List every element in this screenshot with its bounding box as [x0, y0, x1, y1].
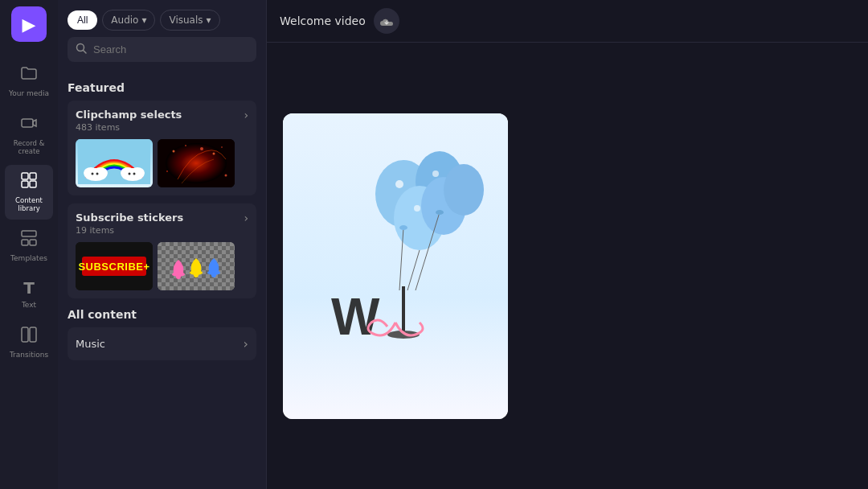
svg-rect-1 — [22, 173, 28, 179]
thumbnail-rainbow — [76, 139, 153, 187]
category-count: 19 items — [76, 225, 183, 236]
svg-rect-4 — [30, 181, 36, 187]
svg-point-15 — [93, 167, 108, 179]
svg-rect-3 — [22, 181, 28, 187]
category-card-subscribe-stickers[interactable]: Subscribe stickers 19 items › SUBSCRIBE+ — [68, 203, 256, 298]
svg-rect-6 — [22, 240, 28, 245]
sidebar-item-your-media[interactable]: Your media — [5, 58, 53, 105]
right-area: Welcome video — [267, 0, 868, 489]
thumbnail-bell — [158, 242, 235, 290]
category-thumbnails — [76, 139, 248, 187]
search-bar — [68, 37, 256, 62]
svg-point-31 — [225, 175, 227, 177]
music-label: Music — [76, 338, 105, 350]
filter-audio-dropdown[interactable]: Audio ▾ — [102, 10, 155, 31]
svg-point-51 — [395, 180, 403, 188]
cloud-save-button[interactable] — [374, 8, 399, 34]
sidebar-item-label-text: Text — [22, 301, 36, 310]
balloons-illustration: W — [283, 129, 508, 355]
thumbnail-subscribe: SUBSCRIBE+ — [76, 242, 153, 290]
music-row[interactable]: Music › — [68, 327, 256, 360]
svg-point-17 — [96, 173, 99, 175]
category-header: Clipchamp selects 483 items › — [76, 109, 248, 133]
svg-point-41 — [176, 274, 181, 279]
svg-text:SUBSCRIBE+: SUBSCRIBE+ — [78, 261, 149, 273]
svg-point-24 — [166, 143, 227, 183]
sidebar-item-templates[interactable]: Templates — [5, 223, 53, 269]
svg-rect-59 — [402, 286, 405, 335]
logo-icon: ▶ — [23, 14, 36, 35]
content-library-icon — [20, 171, 38, 193]
svg-point-22 — [133, 173, 136, 175]
svg-point-25 — [173, 150, 175, 153]
sidebar-item-transitions[interactable]: Transitions — [5, 319, 53, 366]
featured-section-title: Featured — [68, 81, 256, 94]
svg-point-50 — [444, 164, 484, 216]
svg-text:W: W — [331, 288, 380, 346]
chevron-down-icon: ▾ — [207, 14, 211, 26]
chevron-down-icon: ▾ — [141, 14, 146, 26]
templates-icon — [20, 229, 38, 251]
svg-rect-9 — [30, 327, 36, 342]
sidebar-item-text[interactable]: T Text — [5, 272, 53, 316]
svg-point-20 — [130, 167, 145, 179]
top-bar: Welcome video — [267, 0, 868, 43]
preview-area: W — [267, 43, 868, 489]
svg-point-57 — [399, 225, 407, 230]
category-header: Subscribe stickers 19 items › — [76, 212, 248, 236]
svg-rect-2 — [30, 173, 36, 179]
filter-all-button[interactable]: All — [68, 10, 97, 30]
all-content-section-title: All content — [68, 308, 256, 321]
sidebar-item-record-create[interactable]: Record &create — [5, 108, 53, 162]
project-title: Welcome video — [280, 14, 366, 27]
svg-point-45 — [211, 273, 216, 277]
search-input[interactable] — [93, 43, 248, 55]
svg-line-11 — [84, 51, 87, 54]
svg-point-16 — [92, 173, 94, 175]
filter-bar: All Audio ▾ Visuals ▾ — [58, 0, 266, 37]
svg-point-43 — [194, 273, 199, 277]
folder-icon — [20, 64, 38, 86]
sidebar-item-label-your-media: Your media — [9, 89, 49, 98]
text-icon: T — [23, 278, 35, 298]
chevron-right-icon: › — [244, 212, 248, 224]
svg-point-58 — [436, 210, 444, 215]
transitions-icon — [20, 326, 38, 347]
sidebar-item-label-transitions: Transitions — [10, 351, 48, 360]
sidebar-item-label-templates: Templates — [10, 254, 47, 263]
filter-visuals-dropdown[interactable]: Visuals ▾ — [160, 10, 219, 31]
search-icon — [76, 43, 87, 56]
svg-point-52 — [432, 171, 439, 177]
sidebar-item-label-content-library: Contentlibrary — [15, 196, 43, 212]
svg-rect-7 — [30, 240, 36, 245]
chevron-right-icon: › — [244, 109, 248, 121]
category-card-clipchamp-selects[interactable]: Clipchamp selects 483 items › — [68, 101, 256, 195]
svg-point-29 — [221, 146, 223, 148]
panel-content: Featured Clipchamp selects 483 items › — [58, 68, 266, 489]
chevron-right-icon: › — [244, 336, 248, 351]
category-name: Clipchamp selects — [76, 109, 182, 121]
svg-point-28 — [213, 153, 215, 155]
content-panel: All Audio ▾ Visuals ▾ Featured — [58, 0, 267, 489]
preview-card: W — [283, 113, 508, 419]
svg-rect-8 — [22, 327, 28, 342]
svg-point-27 — [200, 147, 203, 150]
svg-rect-0 — [22, 119, 33, 127]
category-count: 483 items — [76, 122, 182, 133]
logo: ▶ — [11, 6, 47, 42]
camera-icon — [20, 114, 38, 136]
sidebar-item-label-record-create: Record &create — [14, 139, 45, 155]
sidebar-item-content-library[interactable]: Contentlibrary — [5, 165, 53, 219]
svg-point-53 — [414, 205, 420, 212]
svg-point-21 — [129, 173, 131, 175]
category-name: Subscribe stickers — [76, 212, 183, 224]
icon-rail: ▶ Your media Record &create — [0, 0, 58, 489]
thumbnail-dark-particles — [158, 139, 235, 187]
svg-point-26 — [185, 145, 186, 146]
svg-point-30 — [166, 171, 168, 172]
svg-rect-5 — [22, 231, 36, 236]
category-thumbnails: SUBSCRIBE+ — [76, 242, 248, 290]
